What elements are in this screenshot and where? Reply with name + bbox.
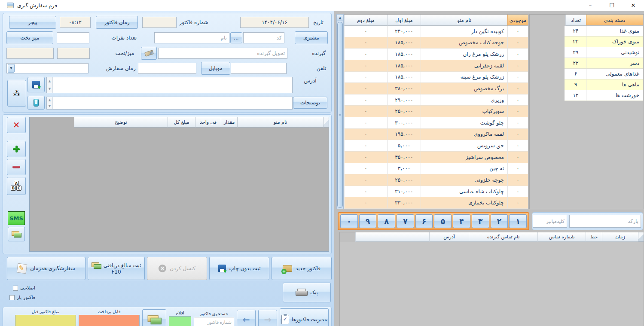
send-to-mobile-button[interactable] bbox=[27, 96, 45, 110]
menu-item-row[interactable]: ۰ سوپرکباب ۲۵۰,۰۰۰ ۰ bbox=[344, 106, 528, 117]
phone-input[interactable] bbox=[231, 63, 287, 74]
menu-item-row[interactable]: ۰ حق سرویس ۵,۰۰۰ ۰ bbox=[344, 140, 528, 152]
col-note[interactable]: توضیح bbox=[74, 117, 168, 128]
col-time[interactable]: زمان bbox=[602, 232, 638, 242]
menu-item-row[interactable]: ۰ جوجه کباب مخصوص ۱۸۵,۰۰۰ ۰ bbox=[344, 37, 528, 49]
col-stock[interactable]: موجودی bbox=[507, 15, 528, 26]
notes-spinner[interactable]: ▲▼ bbox=[47, 97, 53, 109]
manage-invoices-button[interactable]: مدیریت فاکتورها bbox=[280, 308, 329, 326]
new-invoice-button[interactable]: فاکتور جدید bbox=[272, 257, 332, 280]
erase-table-button[interactable] bbox=[141, 47, 157, 60]
close-button[interactable]: ✕ bbox=[623, 0, 644, 11]
corrective-checkbox[interactable] bbox=[13, 286, 18, 291]
notes-button[interactable]: توضیحات bbox=[293, 97, 327, 109]
col-category[interactable]: دسته بندی bbox=[586, 15, 643, 26]
menu-item-row[interactable]: ۰ لقمه ماکرووی ۱۹۵,۰۰۰ ۰ bbox=[344, 129, 528, 140]
category-row[interactable]: دسر ۲۲ bbox=[565, 58, 643, 69]
delete-item-button[interactable]: ✕ bbox=[7, 117, 26, 133]
cash-button[interactable] bbox=[8, 227, 25, 241]
menu-item-row[interactable]: ۰ چلوکباب بختیاری ۳۳۰,۰۰۰ ۰ bbox=[344, 197, 528, 209]
menu-item-row[interactable]: ۰ جوجه حلزونی ۲۵۰,۰۰۰ ۰ bbox=[344, 174, 528, 186]
col-caller-name[interactable]: نام تماس گیرنده bbox=[469, 232, 537, 242]
mobile-input[interactable] bbox=[138, 63, 196, 74]
category-row[interactable]: غذاهای معمولی ۶ bbox=[565, 69, 643, 79]
courier-button[interactable]: پیک bbox=[283, 283, 331, 302]
date-field[interactable]: ۱۴۰۴/۰۶/۱۶ bbox=[240, 17, 309, 28]
numpad-key[interactable]: ۲ bbox=[491, 214, 508, 228]
col-price2[interactable]: مبلغ دوم bbox=[344, 15, 387, 26]
order-time-combobox[interactable]: ▼ bbox=[6, 63, 89, 73]
corrective-checkbox-row[interactable]: اصلاحی bbox=[13, 285, 35, 291]
next-invoice-button[interactable]: → bbox=[258, 310, 277, 326]
scroll-up-icon[interactable]: ▲ bbox=[337, 15, 343, 21]
add-item-button[interactable] bbox=[7, 141, 26, 157]
numpad-key[interactable]: ۱ bbox=[509, 214, 527, 228]
menu-item-row[interactable]: ۰ ته چین ۳,۰۰۰ ۰ bbox=[344, 163, 528, 175]
maximize-button[interactable]: ☐ bbox=[601, 0, 623, 11]
scrollbar-thumb[interactable]: ≡ bbox=[337, 22, 343, 208]
col-total[interactable]: مبلغ کل bbox=[168, 117, 195, 128]
shortcut-key-input[interactable] bbox=[533, 215, 567, 228]
menu-item-row[interactable]: ۰ وزیری ۲۹۰,۰۰۰ ۰ bbox=[344, 94, 528, 106]
col-line[interactable]: خط bbox=[586, 232, 602, 242]
browse-customer-button[interactable]: ... bbox=[230, 32, 242, 43]
col-name[interactable]: نام منو bbox=[421, 15, 507, 26]
invoice-number-field[interactable] bbox=[142, 17, 177, 28]
col-address[interactable]: آدرس bbox=[429, 232, 469, 242]
menu-item-row[interactable]: ۰ مخصوص سراشپز ۳۵۰,۰۰۰ ۰ bbox=[344, 152, 528, 163]
barcode-input[interactable] bbox=[569, 215, 641, 228]
table-bed-button[interactable]: میز-تخت bbox=[6, 31, 53, 44]
save-without-print-button[interactable]: ثبت بدون چاپ bbox=[209, 257, 269, 280]
decrease-item-button[interactable] bbox=[7, 159, 26, 175]
customers-group-button[interactable]: ⁂ bbox=[7, 80, 26, 107]
col-count[interactable]: تعداد bbox=[565, 15, 586, 26]
menu-item-row[interactable]: ۰ چلو گوشت ۳۰۰,۰۰۰ ۰ bbox=[344, 117, 528, 129]
numpad-key[interactable]: ۵ bbox=[434, 214, 452, 228]
menu-item-row[interactable]: ۰ لقمه زعفرانی ۱۸۵,۰۰۰ ۰ bbox=[344, 60, 528, 72]
col-contact-number[interactable]: شماره تماس bbox=[537, 232, 586, 242]
pager-button[interactable]: پیجر bbox=[9, 16, 56, 29]
col-unit-price[interactable]: فی واحد bbox=[195, 117, 221, 128]
invoice-time-field[interactable]: ۰۸:۱۲ bbox=[60, 17, 91, 28]
category-row[interactable]: ماهی ها ۹ bbox=[565, 79, 643, 90]
category-row[interactable]: نوشیدنی ۲۹ bbox=[565, 47, 643, 58]
numpad-key[interactable]: ۹ bbox=[359, 214, 377, 228]
col-price1[interactable]: مبلغ اول bbox=[387, 15, 421, 26]
simultaneous-order-button[interactable]: سفارشگیری همزمان bbox=[7, 257, 85, 280]
calculate-button[interactable] bbox=[142, 309, 166, 326]
menu-item-row[interactable]: ۰ زرشک پلو مرغ ران ۱۸۵,۰۰۰ ۰ bbox=[344, 49, 528, 60]
invoice-search-input[interactable] bbox=[194, 317, 234, 326]
prev-invoice-button[interactable]: ← bbox=[237, 310, 256, 326]
open-invoice-checkbox[interactable] bbox=[9, 295, 15, 300]
save-address-button[interactable] bbox=[27, 77, 45, 92]
customer-name-input[interactable] bbox=[154, 32, 229, 43]
register-payments-button[interactable]: ثبت مبالغ دریافتی F10 bbox=[88, 257, 145, 280]
chevron-down-icon[interactable]: ▼ bbox=[8, 64, 15, 73]
alphabetic-search-button[interactable]: ABC bbox=[7, 177, 26, 195]
col-qty[interactable]: مقدار bbox=[221, 117, 237, 128]
address-textarea[interactable]: ▲▼ bbox=[46, 77, 293, 93]
open-invoice-checkbox-row[interactable]: فاکتور باز bbox=[9, 295, 35, 300]
menu-scrollbar[interactable]: ▲ ≡ bbox=[336, 14, 344, 209]
numpad-key[interactable]: ۶ bbox=[415, 214, 433, 228]
customer-button[interactable]: مشتری bbox=[295, 31, 328, 44]
order-items-grid[interactable]: نام منو مقدار فی واحد مبلغ کل توضیح bbox=[29, 117, 329, 252]
numpad-key[interactable]: ۴ bbox=[453, 214, 470, 228]
category-row[interactable]: منوی غذا ۲۴ bbox=[565, 26, 643, 37]
menu-item-row[interactable]: ۰ کوبیده نگین دار ۲۴۰,۰۰۰ ۰ bbox=[344, 26, 528, 37]
category-row[interactable]: خورشت ها ۱۲ bbox=[565, 90, 643, 101]
numpad-key[interactable]: ۰ bbox=[340, 214, 358, 228]
numpad-key[interactable]: ۷ bbox=[397, 214, 414, 228]
col-menu-name[interactable]: نام منو bbox=[237, 117, 323, 128]
mobile-button[interactable]: موبایل bbox=[201, 62, 231, 75]
menu-item-row[interactable]: ۰ زرشک پلو مرغ سینه ۱۸۵,۰۰۰ ۰ bbox=[344, 72, 528, 83]
sms-button[interactable]: SMS bbox=[8, 211, 25, 225]
minimize-button[interactable]: – bbox=[580, 0, 601, 11]
notes-textarea[interactable]: ▲▼ bbox=[46, 97, 293, 110]
menu-item-row[interactable]: ۰ برگ مخصوص ۳۸۰,۰۰۰ ۰ bbox=[344, 83, 528, 94]
customer-code-input[interactable] bbox=[243, 32, 284, 43]
receiver-input[interactable] bbox=[158, 48, 287, 59]
people-count-input[interactable] bbox=[57, 32, 89, 43]
address-spinner[interactable]: ▲▼ bbox=[47, 77, 53, 93]
menu-item-row[interactable]: ۰ چلوکباب شاه عباسی ۳۱۰,۰۰۰ ۰ bbox=[344, 186, 528, 198]
